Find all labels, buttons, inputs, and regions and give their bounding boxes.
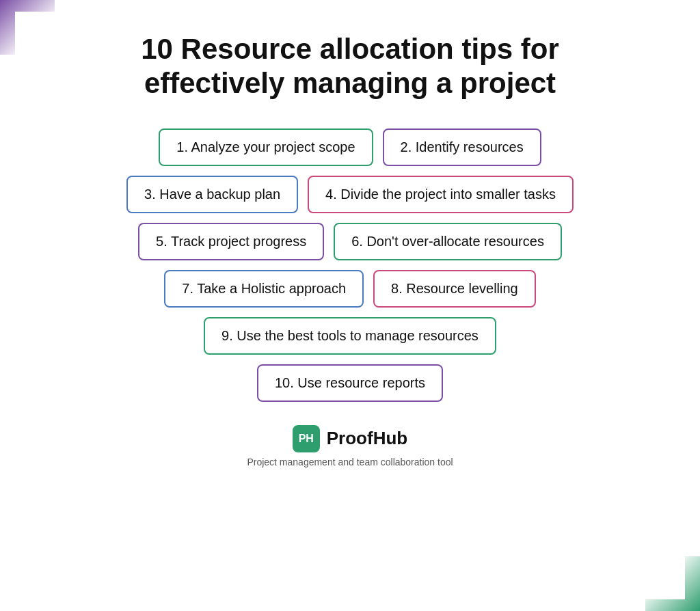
tip-9: 9. Use the best tools to manage resource… [204,317,496,355]
brand-section: PH ProofHub Project management and team … [247,425,453,467]
tip-4: 4. Divide the project into smaller tasks [308,176,574,213]
tips-row-5: 9. Use the best tools to manage resource… [204,317,496,355]
tips-row-3: 5. Track project progress 6. Don't over-… [138,223,562,260]
tip-1: 1. Analyze your project scope [159,128,373,166]
tips-row-4: 7. Take a Holistic approach 8. Resource … [164,270,535,308]
tips-row-2: 3. Have a backup plan 4. Divide the proj… [126,176,574,213]
tip-7: 7. Take a Holistic approach [164,270,364,308]
brand-logo: PH [293,425,320,452]
tip-6: 6. Don't over-allocate resources [334,223,562,260]
page: 10 Resource allocation tips for effectiv… [15,12,685,599]
tips-row-1: 1. Analyze your project scope 2. Identif… [159,128,541,166]
tip-10: 10. Use resource reports [257,364,443,402]
tips-container: 1. Analyze your project scope 2. Identif… [29,128,671,402]
tip-3: 3. Have a backup plan [126,176,298,213]
brand-name: ProofHub [327,428,407,449]
brand-row: PH ProofHub [293,425,407,452]
brand-tagline: Project management and team collaboratio… [247,457,453,467]
tip-5: 5. Track project progress [138,223,324,260]
tips-row-6: 10. Use resource reports [257,364,443,402]
tip-8: 8. Resource levelling [373,270,536,308]
tip-2: 2. Identify resources [383,128,541,166]
page-title: 10 Resource allocation tips for effectiv… [111,32,589,101]
